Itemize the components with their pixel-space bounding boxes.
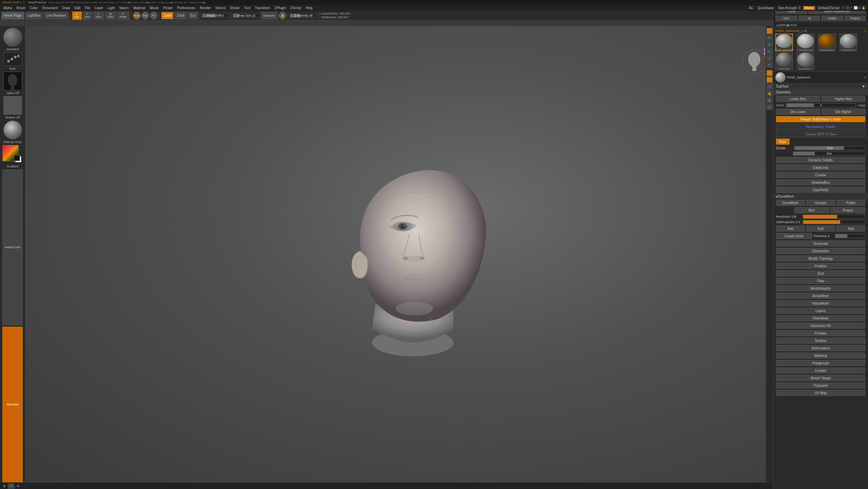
sdivs-slider[interactable]: 2 bbox=[786, 103, 856, 107]
sub-btn[interactable]: Sub bbox=[806, 225, 835, 232]
flow-btn[interactable]: Flow bbox=[776, 278, 865, 284]
nano-mesh-btn[interactable]: NanoMesh bbox=[776, 300, 865, 306]
switch-color-btn[interactable]: SwitchColor bbox=[2, 169, 23, 325]
menu-movie[interactable]: Movie bbox=[148, 6, 161, 10]
add-btn[interactable]: Add bbox=[776, 225, 805, 232]
menu-btn[interactable]: Menu bbox=[803, 6, 815, 10]
size-btn[interactable]: Size bbox=[776, 270, 865, 276]
deformation-btn[interactable]: Deformation bbox=[776, 345, 865, 351]
matcap-preview[interactable] bbox=[3, 121, 22, 139]
edit-btn[interactable]: ✎ Edit bbox=[72, 12, 82, 20]
subtool-header[interactable]: SubTool ▼ bbox=[773, 84, 868, 89]
3d-viewport[interactable] bbox=[25, 26, 773, 482]
menu-picker[interactable]: Picker bbox=[161, 6, 175, 10]
tool-lock-icon[interactable]: 🔒 bbox=[767, 90, 773, 96]
masking-btn[interactable]: Masking bbox=[776, 352, 865, 359]
menu-alpha[interactable]: Alpha bbox=[1, 6, 14, 10]
tool-sphere3d1[interactable]: Sphere3D_1 bbox=[797, 52, 814, 70]
z-intensity-slider[interactable]: Z Intensity 38 bbox=[290, 14, 317, 18]
polypaint-btn[interactable]: Polypaint bbox=[776, 382, 865, 388]
dynamic-btn[interactable]: Dynamic bbox=[261, 12, 278, 19]
del-lower-btn[interactable]: Del Lower bbox=[776, 109, 820, 115]
tool-rotate2-icon[interactable]: ↺ bbox=[767, 77, 773, 83]
dynamic-subdiv-btn[interactable]: Dynamic Subdiv bbox=[776, 157, 865, 163]
menu-help[interactable]: Help bbox=[303, 6, 315, 10]
default-zscript[interactable]: DefaultZScript bbox=[816, 6, 841, 10]
uv-map-btn[interactable]: UV Map bbox=[776, 390, 865, 396]
texture-preview[interactable] bbox=[3, 96, 22, 115]
quicksave-btn[interactable]: QuickSave bbox=[756, 6, 775, 10]
dynamesh-btn[interactable]: DynaMesh bbox=[776, 200, 805, 206]
claypolish-btn[interactable]: ClayPolish bbox=[776, 187, 865, 193]
tool-paint-icon[interactable]: P bbox=[767, 62, 773, 68]
sme-slider[interactable]: Sme bbox=[794, 146, 865, 150]
groups-btn[interactable]: Groups bbox=[806, 200, 835, 206]
polish-btn[interactable]: Polish bbox=[836, 200, 865, 206]
zremesher-btn[interactable]: ZRemesher bbox=[776, 248, 865, 254]
higher-res-btn[interactable]: Higher Res bbox=[821, 96, 866, 102]
menu-file[interactable]: File bbox=[83, 6, 92, 10]
create-shell-btn[interactable]: Create Shell bbox=[776, 233, 812, 239]
tool-grid-icon[interactable]: ⊞ bbox=[767, 97, 773, 103]
menu-brush[interactable]: Brush bbox=[15, 6, 27, 10]
menu-material[interactable]: Material bbox=[131, 6, 147, 10]
move-btn[interactable]: ⤢ Move bbox=[93, 12, 104, 20]
tool-3d-icon[interactable]: 3 bbox=[767, 84, 773, 90]
freeze-subdiv-btn[interactable]: Freeze SubDivision Levels bbox=[776, 116, 865, 122]
mrgb-btn[interactable]: Mrgb bbox=[133, 12, 141, 19]
alternate-btn[interactable]: Alternate bbox=[2, 327, 23, 483]
all-btn[interactable]: All bbox=[798, 16, 820, 21]
tool-pm3d-sphere3c[interactable]: PM3D_Sphere3C bbox=[775, 34, 793, 51]
menu-document[interactable]: Document bbox=[40, 6, 60, 10]
polygroups-btn[interactable]: Polygroups bbox=[776, 360, 865, 366]
dynamesh-section-label[interactable]: ▸DynaMesh bbox=[776, 195, 794, 198]
menu-stencil[interactable]: Stencil bbox=[213, 6, 227, 10]
stroke-preview[interactable] bbox=[3, 52, 22, 66]
menu-render[interactable]: Render bbox=[198, 6, 213, 10]
modify-topology-btn[interactable]: Modify Topology bbox=[776, 255, 865, 261]
tool-rotate-icon[interactable]: ↻ bbox=[767, 70, 773, 76]
menu-light[interactable]: Light bbox=[106, 6, 117, 10]
goz-btn[interactable]: GoZ bbox=[775, 16, 797, 21]
shadowbox-btn[interactable]: ShadowBox bbox=[776, 179, 865, 185]
m-btn[interactable]: M bbox=[150, 12, 158, 19]
menu-draw[interactable]: Draw bbox=[60, 6, 72, 10]
rgb-btn[interactable]: Rgb bbox=[142, 12, 149, 19]
draw-size-slider[interactable]: Draw Size 22 bbox=[233, 14, 260, 18]
reconstruct-subdiv-btn[interactable]: Reconstruct Subdiv bbox=[776, 124, 865, 130]
menu-tool[interactable]: Tool bbox=[242, 6, 252, 10]
del-higher-btn[interactable]: Del Higher bbox=[821, 109, 866, 115]
tool-frame-icon[interactable]: F bbox=[767, 48, 773, 54]
nav-cube[interactable] bbox=[739, 47, 770, 77]
edgeloop-btn[interactable]: EdgeLoop bbox=[776, 164, 865, 170]
see-through[interactable]: See-through: 0 bbox=[777, 6, 802, 10]
brush-preview[interactable] bbox=[3, 28, 22, 47]
tool-sculpt-icon[interactable]: S bbox=[767, 55, 773, 61]
bottom-chevron-right[interactable]: ▶ bbox=[17, 484, 20, 488]
tool-eraserbrush[interactable]: EraserBrush bbox=[839, 34, 857, 51]
color-black-swatch[interactable] bbox=[14, 155, 20, 161]
lightbox-btn[interactable]: LightBox bbox=[25, 12, 43, 19]
subprojection-slider[interactable] bbox=[803, 220, 865, 224]
menu-macro[interactable]: Macro bbox=[117, 6, 131, 10]
position-btn[interactable]: Position bbox=[776, 263, 865, 269]
color-picker[interactable] bbox=[2, 145, 23, 164]
project-dyn-btn[interactable]: Project bbox=[831, 207, 866, 213]
blur-btn[interactable]: Blur bbox=[794, 207, 829, 213]
tool-render-btn[interactable]: R bbox=[767, 35, 773, 41]
and-btn[interactable]: And bbox=[836, 225, 865, 232]
suv-slider[interactable]: Suv bbox=[793, 151, 865, 156]
menu-stroke[interactable]: Stroke bbox=[228, 6, 242, 10]
zzz-btn[interactable]: Zzz bbox=[188, 12, 198, 19]
lock-icon[interactable]: 🔒 bbox=[279, 12, 286, 19]
visible-btn[interactable]: Visible bbox=[821, 16, 843, 21]
tool-alphabrush[interactable]: AlphaBrush0 bbox=[797, 34, 814, 51]
zsub-btn[interactable]: Zsub bbox=[174, 12, 187, 19]
menu-color[interactable]: Color bbox=[28, 6, 40, 10]
menu-transform[interactable]: Transform bbox=[253, 6, 272, 10]
menu-zplugin[interactable]: ZPlugin bbox=[273, 6, 288, 10]
tool-sphere3d[interactable]: Sphere3D bbox=[775, 52, 793, 70]
geometry-header[interactable]: Geometry bbox=[773, 89, 868, 95]
bottom-chevron-left[interactable]: ◀ bbox=[3, 484, 5, 488]
menu-zscript[interactable]: ZScript bbox=[289, 6, 303, 10]
